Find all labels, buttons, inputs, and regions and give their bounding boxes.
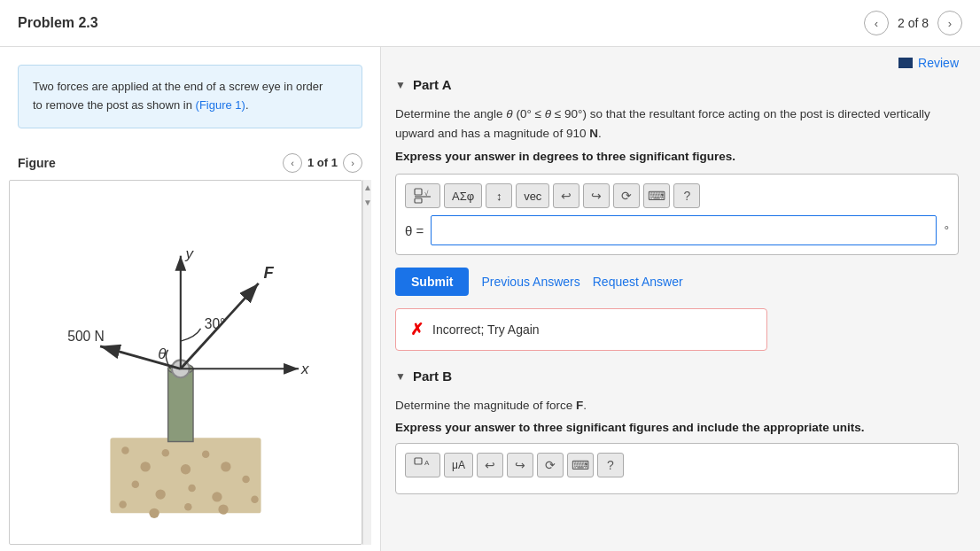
problem-title: Problem 2.3 [18, 15, 98, 31]
svg-point-16 [251, 495, 259, 503]
math-btn-vec[interactable]: vec [516, 183, 549, 208]
problem-description: Two forces are applied at the end of a s… [18, 65, 362, 128]
request-answer-link[interactable]: Request Answer [593, 275, 683, 289]
previous-answers-link[interactable]: Previous Answers [481, 275, 579, 289]
left-panel: Two forces are applied at the end of a s… [0, 47, 381, 551]
theta-input[interactable] [431, 215, 937, 245]
result-box: ✗ Incorrect; Try Again [395, 308, 767, 351]
svg-rect-34 [415, 198, 422, 203]
top-bar: Problem 2.3 ‹ 2 of 8 › [0, 0, 980, 47]
math-toolbar-b: A μA ↩ ↪ ⟳ ⌨ ? [405, 453, 949, 477]
problem-text-1: Two forces are applied at the end of a s… [33, 80, 323, 93]
figure-label: Figure [18, 156, 56, 170]
svg-point-4 [181, 464, 191, 474]
review-label: Review [918, 56, 959, 70]
part-a-collapse-arrow[interactable]: ▼ [395, 79, 406, 91]
math-btn-b-fraction[interactable]: A [405, 453, 440, 477]
input-row-a: θ = ° [405, 215, 949, 245]
page-indicator: 2 of 8 [898, 16, 929, 30]
part-a-header: ▼ Part A [395, 77, 959, 92]
math-btn-b-refresh[interactable]: ⟳ [537, 453, 564, 477]
part-a-label: Part A [413, 77, 452, 92]
part-b-question: Determine the magnitude of force F. [395, 396, 959, 415]
part-a-express: Express your answer in degrees to three … [395, 150, 959, 163]
math-btn-b-help[interactable]: ? [597, 453, 624, 477]
part-a-question: Determine the angle θ (0° ≤ θ ≤ 90°) so … [395, 105, 959, 143]
review-link[interactable]: Review [395, 56, 959, 70]
math-btn-b-keyboard[interactable]: ⌨ [567, 453, 594, 477]
math-btn-refresh[interactable]: ⟳ [613, 183, 640, 208]
figure-header: Figure ‹ 1 of 1 › [9, 146, 371, 180]
svg-point-13 [149, 508, 159, 517]
svg-text:y: y [185, 244, 195, 261]
part-b-section: ▼ Part B Determine the magnitude of forc… [395, 369, 959, 494]
svg-rect-36 [415, 458, 422, 464]
part-b-header: ▼ Part B [395, 369, 959, 384]
math-toolbar-a: √ AΣφ ↕ vec ↩ ↪ ⟳ ⌨ ? [405, 183, 949, 208]
math-btn-undo[interactable]: ↩ [553, 183, 579, 208]
math-btn-sigma[interactable]: AΣφ [444, 183, 482, 208]
svg-point-8 [155, 489, 165, 499]
part-b-label: Part B [413, 369, 452, 384]
svg-text:x: x [300, 361, 309, 377]
svg-rect-32 [415, 189, 422, 195]
figure-canvas: y x F 30° 500 N θ [9, 180, 362, 545]
svg-point-15 [218, 504, 228, 514]
svg-text:500 N: 500 N [67, 329, 105, 344]
part-a-section: ▼ Part A Determine the angle θ (0° ≤ θ ≤… [395, 77, 959, 351]
figure-scrollbar: ▲ ▼ [362, 180, 371, 545]
svg-text:θ: θ [158, 345, 167, 362]
svg-text:F: F [263, 263, 274, 282]
nav-controls: ‹ 2 of 8 › [864, 11, 962, 35]
next-problem-button[interactable]: › [937, 11, 962, 35]
figure-link[interactable]: (Figure 1) [196, 98, 245, 112]
svg-point-7 [132, 480, 140, 488]
figure-nav: ‹ 1 of 1 › [283, 153, 362, 173]
figure-scroll-up[interactable]: ▲ [363, 180, 371, 195]
math-btn-b-redo[interactable]: ↪ [507, 453, 533, 477]
figure-counter: 1 of 1 [307, 156, 338, 169]
svg-rect-0 [110, 438, 261, 513]
math-btn-b-undo[interactable]: ↩ [477, 453, 503, 477]
svg-text:A: A [424, 459, 430, 467]
svg-point-5 [202, 450, 210, 458]
svg-point-11 [242, 475, 250, 483]
problem-text-3: . [245, 98, 249, 112]
math-btn-arrows[interactable]: ↕ [486, 183, 512, 208]
svg-point-12 [119, 501, 127, 508]
figure-prev-button[interactable]: ‹ [283, 153, 302, 173]
math-btn-fraction[interactable]: √ [405, 183, 440, 208]
review-icon [898, 58, 913, 68]
math-input-container-a: √ AΣφ ↕ vec ↩ ↪ ⟳ ⌨ ? θ = ° [395, 174, 959, 255]
x-icon: ✗ [410, 320, 424, 339]
math-btn-redo[interactable]: ↪ [583, 183, 610, 208]
right-panel: Review ▼ Part A Determine the angle θ (0… [381, 47, 980, 551]
action-row-a: Submit Previous Answers Request Answer [395, 268, 959, 296]
panel-content: Review ▼ Part A Determine the angle θ (0… [381, 47, 980, 512]
figure-next-button[interactable]: › [343, 153, 362, 173]
svg-point-3 [162, 449, 170, 457]
math-btn-help[interactable]: ? [673, 183, 700, 208]
figure-scroll-down[interactable]: ▼ [363, 195, 371, 210]
svg-text:30°: 30° [205, 316, 226, 331]
figure-section: Figure ‹ 1 of 1 › [0, 146, 380, 551]
svg-point-14 [184, 503, 192, 511]
math-input-container-b: A μA ↩ ↪ ⟳ ⌨ ? [395, 443, 959, 494]
svg-point-2 [140, 462, 150, 471]
svg-rect-17 [168, 369, 193, 441]
part-b-express: Express your answer to three significant… [395, 421, 959, 434]
svg-text:√: √ [424, 190, 429, 198]
theta-label: θ = [405, 223, 424, 238]
svg-point-6 [221, 462, 230, 471]
submit-button[interactable]: Submit [395, 268, 469, 296]
result-text: Incorrect; Try Again [432, 322, 540, 337]
math-btn-b-ua[interactable]: μA [444, 453, 473, 477]
problem-text-2: to remove the post as shown in [33, 98, 196, 112]
prev-problem-button[interactable]: ‹ [864, 11, 889, 35]
math-btn-keyboard[interactable]: ⌨ [643, 183, 670, 208]
svg-point-10 [212, 492, 222, 501]
svg-point-1 [121, 446, 129, 454]
figure-wrapper: y x F 30° 500 N θ [9, 180, 371, 545]
svg-point-9 [188, 484, 196, 492]
part-b-collapse-arrow[interactable]: ▼ [395, 370, 406, 383]
